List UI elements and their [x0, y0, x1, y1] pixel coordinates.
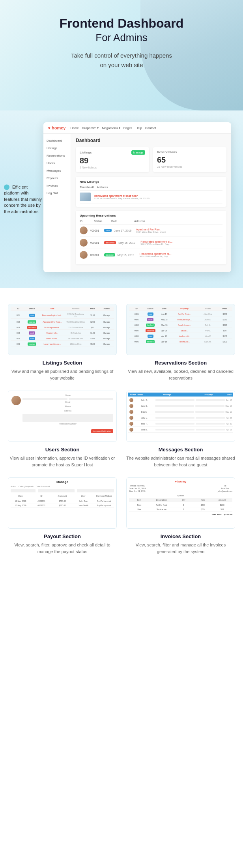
nav-contact[interactable]: Contact: [145, 126, 156, 130]
mock-logo: ♥ homey: [48, 125, 65, 130]
nav-home[interactable]: Home: [70, 126, 79, 130]
dot-icon: [4, 185, 9, 190]
hero-title: Frontend Dashboard: [12, 16, 231, 31]
msg-avatar: [129, 422, 133, 426]
listings-mini-mockup: ID Status Title Address Price Action 001…: [8, 304, 116, 355]
reservation-row-2: #00001 declined May 15, 2019 Renovated a…: [80, 237, 222, 249]
listings-feature-desc: View and mange all published and pending…: [8, 368, 117, 381]
mini-row: #004 declined Apr 28 Studio... Amy L. $9…: [129, 329, 232, 333]
mini-row: 003 declined Studio apartment... 120 Oce…: [11, 326, 114, 330]
listings-feature-title: Listings Section: [8, 360, 117, 366]
sidebar-messages[interactable]: Messages: [43, 167, 71, 174]
mini-row: #006 booked Apr 15 Penthouse... Sara M. …: [129, 340, 232, 344]
mini-header: ID Status Title Address Price Action: [11, 307, 114, 311]
upcoming-reservations-section: Upcoming Reservations ID Status Date Add…: [76, 211, 226, 264]
mock-cards: Listings Manage 89 2 New listings Reserv…: [76, 147, 226, 172]
sidebar-payouts[interactable]: Payouts: [43, 174, 71, 182]
reservations-table-header: ID Status Date Address: [80, 220, 222, 224]
payout-feature-title: Payout Section: [8, 533, 117, 539]
payout-screenshot: Manage Action Order (Required) Date Proc…: [8, 477, 117, 529]
reservations-feature-desc: View all new, available, booked, decline…: [126, 368, 235, 381]
msg-avatar: [129, 416, 133, 420]
feature-messages: Avatar Name Message Property Date John D…: [126, 391, 235, 468]
user-fields: Name Email Phone Address Verificati: [22, 394, 113, 426]
users-feature-desc: View all user information, approve the I…: [8, 455, 117, 468]
messages-feature-desc: The website administrator can read all m…: [126, 455, 235, 468]
nav-pages[interactable]: Pages: [123, 126, 133, 130]
upcoming-reservations-title: Upcoming Reservations: [80, 214, 222, 217]
payout-feature-desc: View, search, filter, approve and check …: [8, 542, 117, 555]
message-row: Jane S. May 15: [128, 403, 233, 409]
hero-subtitle: For Admins: [12, 32, 231, 44]
mini-header: ID Status Date Property Guest Price: [129, 307, 232, 311]
payout-table-header: Date ID # Amount User Payment Method: [11, 495, 114, 498]
invoices-screenshot: ♥ homey Invoice No: #001 Date: Jun 17, 2…: [126, 477, 235, 529]
invoice-row: Rent Apt For Rent 1 $200 $200: [129, 503, 232, 507]
sidebar-reservations[interactable]: Reservations: [43, 152, 71, 159]
reservations-screenshot: ID Status Date Property Guest Price #001…: [126, 304, 235, 355]
hero-section: Frontend Dashboard For Admins Take full …: [0, 0, 243, 110]
dashboard-mockup: ♥ homey Home Dropdown ▾ Megamenu ▾ Pages…: [43, 122, 231, 272]
messages-screenshot: Avatar Name Message Property Date John D…: [126, 391, 235, 442]
msg-avatar: [129, 398, 133, 402]
listings-table-header: Thumbnail Address: [80, 186, 222, 191]
nav-help[interactable]: Help: [135, 126, 142, 130]
listings-card-header: Listings Manage: [80, 150, 145, 155]
msg-avatar: [129, 428, 133, 432]
features-section: ID Status Title Address Price Action 001…: [0, 288, 243, 571]
mini-row: 004 avail Modern loft... 45 Park Ave $18…: [11, 331, 114, 335]
reservations-count: 65: [157, 155, 222, 165]
dashboard-section: Efficient platform with features that ma…: [0, 110, 243, 288]
listings-card: Listings Manage 89 2 New listings: [76, 147, 149, 172]
invoice-total: Sub Total $220.00: [129, 513, 232, 516]
feature-payout: Manage Action Order (Required) Date Proc…: [8, 477, 117, 555]
message-row: Mike P. Apr 20: [128, 421, 233, 427]
sidebar-logout[interactable]: Log Out: [43, 189, 71, 197]
listings-manage-button[interactable]: Manage: [131, 150, 145, 155]
status-booked: booked: [104, 253, 115, 256]
invoice-table-header: Item Description Qty Rate Amount: [129, 498, 232, 502]
avatar-3: [80, 251, 88, 259]
sidebar-listings[interactable]: Listings: [43, 144, 71, 152]
mock-nav-items: Home Dropdown ▾ Megamenu ▾ Pages Help Co…: [70, 126, 156, 130]
users-mini-mockup: Name Email Phone Address Verificati: [8, 391, 116, 441]
listings-count: 89: [80, 156, 145, 165]
reservation-row-1: #00001 new June 17, 2019 Apartment For R…: [80, 224, 222, 237]
nav-dropdown[interactable]: Dropdown ▾: [82, 126, 99, 130]
invoice-row: Fee Service fee 1 $20 $20: [129, 507, 232, 512]
new-listings-title: New Listings: [80, 180, 222, 183]
feature-listings: ID Status Title Address Price Action 001…: [8, 304, 117, 381]
mini-row: 002 booked Apartment For Rent... 7634 We…: [11, 320, 114, 324]
msg-avatar: [129, 404, 133, 408]
messages-table-header: Avatar Name Message Property Date: [128, 393, 233, 397]
nav-megamenu[interactable]: Megamenu ▾: [102, 126, 120, 130]
mock-navbar: ♥ homey Home Dropdown ▾ Megamenu ▾ Pages…: [43, 122, 231, 134]
message-row: Amy L. Apr 28: [128, 415, 233, 421]
payout-mini-title: Manage: [11, 480, 114, 484]
payout-row: 10 May 2019 #000002 $500.00 Jane Smith P…: [11, 503, 114, 508]
sidebar-dashboard[interactable]: Dashboard: [43, 137, 71, 144]
feature-reservations: ID Status Date Property Guest Price #001…: [126, 304, 235, 381]
verify-button[interactable]: Approve Verification: [91, 429, 113, 433]
hero-description: Take full control of everything happens …: [12, 51, 231, 70]
message-row: Bob K. May 10: [128, 409, 233, 415]
invoices-feature-desc: View, search, filter and manage all the …: [126, 542, 235, 555]
listing-address: Renovated apartment at last floor 9701 W…: [94, 195, 150, 200]
user-form: Name Email Phone Address Verificati: [11, 394, 113, 426]
avatar-1: [80, 226, 88, 234]
sidebar-users[interactable]: Users: [43, 159, 71, 167]
listing-thumbnail: [80, 193, 91, 201]
users-screenshot: Name Email Phone Address Verificati: [8, 391, 117, 442]
mini-row: 006 booked Luxury penthouse... 1 Brickel…: [11, 342, 114, 346]
invoice-info: Invoice No: #001 Date: Jun 17, 2019 Due:…: [129, 485, 232, 493]
sidebar-invoices[interactable]: Invoices: [43, 182, 71, 189]
reservations-card: Reservations 65 21 New reservations: [153, 147, 226, 172]
mini-row: #005 new Apr 20 Modern loft... Mike P. $…: [129, 334, 232, 339]
listings-sub: 2 New listings: [80, 166, 145, 169]
messages-feature-title: Messages Section: [126, 447, 235, 453]
invoices-mini-mockup: ♥ homey Invoice No: #001 Date: Jun 17, 2…: [127, 478, 235, 528]
reservations-feature-title: Reservations Section: [126, 360, 235, 366]
mini-row: 005 new Beach house... 88 Seashore Blvd …: [11, 337, 114, 341]
listings-card-title: Listings: [80, 151, 92, 154]
features-grid: ID Status Title Address Price Action 001…: [8, 304, 235, 555]
